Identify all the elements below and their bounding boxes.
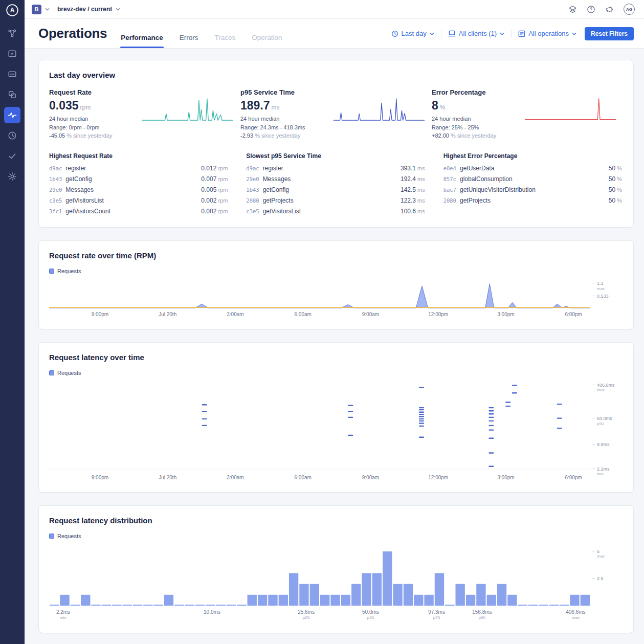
operation-row[interactable]: 1b43getConfig142.5ms [246,185,425,195]
operation-name[interactable]: Messages [65,186,94,193]
operation-row[interactable]: 3fc1getVisitorsCount0.002rpm [49,206,228,217]
operations-list: Highest Request Rated9acregister0.012rpm… [49,152,246,217]
operation-row[interactable]: 2080getProjects122.3ms [246,195,425,206]
operation-hash: 2080 [443,197,456,204]
operation-name[interactable]: globalConsumption [460,175,513,183]
operation-row[interactable]: 29e0Messages0.005rpm [49,185,228,195]
x-axis-label: 10.0ms [204,609,220,615]
stat-label: p95 Service Time [240,88,326,96]
user-avatar[interactable]: AG [624,4,635,15]
client-device-icon [448,30,456,37]
chevron-down-icon [430,32,434,35]
operation-hash: d9ac [246,165,259,171]
operation-row[interactable]: c3e5getVisitorsList100.6ms [246,206,425,217]
request-latency-chart[interactable] [49,381,590,472]
operation-name[interactable]: getProjects [460,197,491,204]
sidebar-item-subgraphs[interactable] [4,86,20,103]
tab-traces[interactable]: Traces [214,34,236,48]
x-axis-label: 9:00am [362,312,379,317]
operation-row[interactable]: bac7getUniqueVisitorDistribution50% [443,185,622,195]
legend-requests[interactable]: Requests [49,533,81,539]
sidebar-item-checks[interactable] [4,148,20,164]
tab-operation[interactable]: Operation [251,34,282,48]
announcements-icon[interactable] [605,5,614,14]
operation-row[interactable]: 2080getProjects50% [443,195,622,206]
operation-row[interactable]: c3e5getVisitorsList0.002rpm [49,195,228,206]
time-range-filter[interactable]: Last day [391,30,434,37]
latency-distribution-card: Request latency distribution Requests 5m… [38,505,634,633]
help-icon[interactable] [587,5,595,14]
apollo-logo[interactable]: A [6,4,19,17]
operation-row[interactable]: 29e0Messages192.4ms [246,174,425,185]
list-title: Slowest p95 Service Time [246,152,425,160]
graph-icon [8,29,17,38]
operation-value: 50% [609,165,622,172]
operation-row[interactable]: 1b43getConfig0.007rpm [49,174,228,185]
sidebar-item-settings[interactable] [4,168,20,185]
operations-list: Highest Error Percentagee0e4getUserData5… [443,152,623,217]
stat-meta: 24 hour medianRange: 24.3ms - 418.3ms-2.… [240,115,326,140]
x-axis-label: 6:00am [295,475,312,480]
sidebar-item-graph[interactable] [4,25,20,41]
sidebar-item-fields[interactable] [4,66,20,82]
operation-row[interactable]: 857cglobalConsumption50% [443,174,622,185]
clients-value: All clients (1) [459,30,497,37]
card-title: Request rate over time (RPM) [49,251,623,260]
sidebar-item-explorer[interactable] [4,46,20,62]
operation-name[interactable]: getUniqueVisitorDistribution [460,186,536,193]
request-rate-chart[interactable] [49,279,590,309]
tab-errors[interactable]: Errors [179,34,199,48]
stat-unit: rpm [80,104,91,111]
operation-name[interactable]: register [263,165,283,172]
operation-name[interactable]: getVisitorsList [65,197,103,204]
operation-name[interactable]: getVisitorsList [263,208,301,215]
chevron-down-icon[interactable] [45,8,50,11]
x-axis: 9:00pmJul 20th3:00am6:00am9:00am12:00pm3… [49,312,590,319]
stat-sparkline[interactable] [142,97,233,140]
operation-name[interactable]: getUserData [460,165,494,172]
clients-filter[interactable]: All clients (1) [448,30,504,37]
overview-stat: p95 Service Time189.7ms24 hour medianRan… [240,88,432,140]
operation-name[interactable]: getConfig [263,186,289,193]
operation-name[interactable]: getProjects [263,197,294,204]
operations-filter[interactable]: All operations [518,30,576,37]
stat-sparkline[interactable] [334,97,425,140]
operation-value: 0.012rpm [201,165,228,172]
operation-value: 393.1ms [401,165,425,172]
operation-name[interactable]: getConfig [65,175,92,183]
tab-performance[interactable]: Performance [120,34,164,48]
legend-requests[interactable]: Requests [49,268,81,274]
chevron-down-icon [500,32,504,35]
operation-row[interactable]: e0e4getUserData50% [443,163,622,174]
sidebar-item-clients[interactable] [4,127,20,144]
x-axis-label: 6:00pm [565,475,582,480]
operation-value: 0.002rpm [201,208,228,215]
operation-row[interactable]: d9acregister0.012rpm [49,163,228,174]
org-avatar[interactable]: B [32,5,41,14]
operation-hash: 1b43 [49,176,62,182]
integrations-icon[interactable] [568,5,577,14]
legend-requests[interactable]: Requests [49,370,81,376]
y-axis-label: 406.6msmax [592,383,615,393]
breadcrumb[interactable]: brevz-dev / current [57,6,112,13]
x-axis-label: 406.6msmax [566,609,585,620]
operations-list: Slowest p95 Service Timed9acregister393.… [246,152,443,217]
x-axis-label: 9:00pm [92,312,108,317]
sidebar-item-operations[interactable] [4,107,20,123]
overview-stats: Request Rate0.035rpm24 hour medianRange:… [49,88,623,140]
operation-name[interactable]: register [65,165,86,172]
stat-sparkline[interactable] [525,97,616,140]
x-axis-label: 25.6msp25 [298,609,315,620]
chevron-down-icon[interactable] [116,8,120,11]
y-axis-label: 0.533 [592,294,609,299]
card-title: Request latency distribution [49,516,623,525]
operation-hash: 3fc1 [49,208,62,214]
operation-name[interactable]: Messages [263,175,291,183]
reset-filters-button[interactable]: Reset Filters [585,27,634,40]
operation-name[interactable]: getVisitorsCount [65,208,110,215]
sidebar: A [0,0,25,644]
x-axis-label: 97.3msp75 [428,609,445,620]
list-title: Highest Request Rate [49,152,228,160]
latency-distribution-chart[interactable] [49,544,590,607]
operation-row[interactable]: d9acregister393.1ms [246,163,425,174]
